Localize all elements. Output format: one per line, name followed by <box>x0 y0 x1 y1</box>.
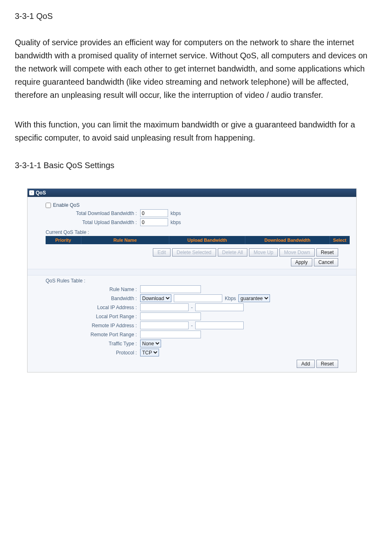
move-down-button[interactable]: Move Down <box>279 248 314 257</box>
bandwidth-label: Bandwidth : <box>34 296 140 301</box>
enable-qos-checkbox[interactable] <box>46 203 51 208</box>
local-ip-to-input[interactable] <box>195 303 244 311</box>
paragraph-2: With this function, you can limit the ma… <box>15 118 377 144</box>
total-upload-bandwidth-label: Total Upload Bandwidth : <box>34 220 140 225</box>
edit-button[interactable]: Edit <box>153 248 171 257</box>
remote-ip-dash: - <box>191 323 193 328</box>
panel-bullet-icon: ◦ <box>29 190 34 195</box>
total-download-unit: kbps <box>171 210 181 216</box>
th-upload-bandwidth: Upload Bandwidth <box>169 236 245 244</box>
current-qos-table-label: Current QoS Table : <box>46 229 350 235</box>
section-heading-3-3-1: 3-3-1 QoS <box>15 12 377 21</box>
remote-ip-from-input[interactable] <box>140 321 189 329</box>
protocol-label: Protocol : <box>34 350 140 356</box>
bandwidth-mode-select[interactable]: guarantee <box>238 294 270 302</box>
remote-ip-to-input[interactable] <box>195 321 244 329</box>
rule-name-input[interactable] <box>140 285 201 293</box>
bandwidth-direction-select[interactable]: Download <box>140 294 171 302</box>
bandwidth-value-input[interactable] <box>174 294 222 302</box>
remote-port-range-input[interactable] <box>140 331 201 338</box>
total-download-bandwidth-label: Total Download Bandwidth : <box>34 210 140 216</box>
current-qos-table: Priority Rule Name Upload Bandwidth Down… <box>46 236 350 244</box>
qos-rules-table-label: QoS Rules Table : <box>46 278 350 284</box>
qos-table-header-row: Priority Rule Name Upload Bandwidth Down… <box>46 236 350 244</box>
traffic-type-select[interactable]: None <box>140 340 161 347</box>
enable-qos-label: Enable QoS <box>53 202 80 208</box>
add-button[interactable]: Add <box>297 360 314 368</box>
delete-selected-button[interactable]: Delete Selected <box>172 248 216 257</box>
local-port-range-input[interactable] <box>140 312 201 320</box>
remote-port-range-label: Remote Port Range : <box>34 332 140 338</box>
total-upload-bandwidth-input[interactable] <box>140 218 168 226</box>
local-ip-from-input[interactable] <box>140 303 189 311</box>
traffic-type-label: Traffic Type : <box>34 341 140 347</box>
th-select: Select <box>330 236 350 244</box>
th-rule-name: Rule Name <box>81 236 169 244</box>
bandwidth-unit: Kbps <box>225 296 236 301</box>
qos-panel-header: ◦ QoS <box>28 189 356 197</box>
cancel-button[interactable]: Cancel <box>314 258 338 266</box>
section-heading-3-3-1-1: 3-3-1-1 Basic QoS Settings <box>15 161 377 170</box>
local-port-range-label: Local Port Range : <box>34 314 140 319</box>
apply-button[interactable]: Apply <box>291 258 312 266</box>
total-upload-unit: kbps <box>171 220 181 225</box>
remote-ip-address-label: Remote IP Address : <box>34 323 140 328</box>
delete-all-button[interactable]: Delete All <box>218 248 248 257</box>
rule-name-label: Rule Name : <box>34 287 140 292</box>
reset-button-rules[interactable]: Reset <box>316 360 338 368</box>
local-ip-dash: - <box>191 305 193 310</box>
move-up-button[interactable]: Move Up <box>249 248 278 257</box>
local-ip-address-label: Local IP Address : <box>34 305 140 310</box>
protocol-select[interactable]: TCP <box>140 349 159 356</box>
qos-panel-title: QoS <box>36 190 46 196</box>
th-priority: Priority <box>46 236 81 244</box>
reset-button-table[interactable]: Reset <box>316 248 338 257</box>
total-download-bandwidth-input[interactable] <box>140 209 168 217</box>
paragraph-1: Quality of service provides an efficient… <box>15 36 377 102</box>
qos-panel: ◦ QoS Enable QoS Total Download Bandwidt… <box>27 188 357 372</box>
th-download-bandwidth: Download Bandwidth <box>245 236 330 244</box>
